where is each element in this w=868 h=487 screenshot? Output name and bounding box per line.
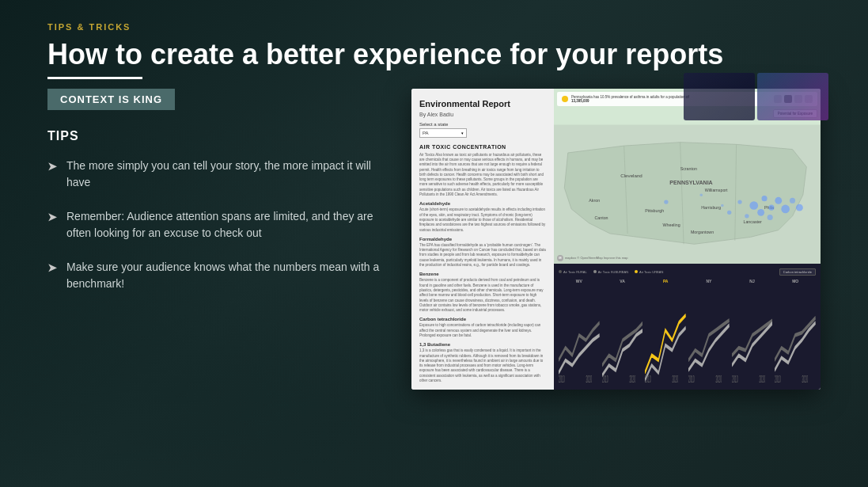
tip-arrow-1: ➤ bbox=[47, 158, 57, 175]
svg-text:2020: 2020 bbox=[759, 374, 765, 385]
tip-arrow-3: ➤ bbox=[47, 260, 57, 276]
legend-suburban-label: Air Toxic SUBURBAN bbox=[598, 270, 628, 274]
svg-point-23 bbox=[781, 205, 790, 214]
stats-number: 13,395,009 bbox=[571, 99, 589, 103]
report-select-value: PA bbox=[423, 131, 429, 135]
svg-text:2010: 2010 bbox=[602, 374, 608, 385]
svg-point-19 bbox=[768, 205, 774, 211]
text-carbon-tet: Exposure to high concentrations of carbo… bbox=[419, 323, 546, 338]
main-body: CONTEXT IS KING TIPS ➤ The more simply y… bbox=[0, 89, 868, 487]
us-map-svg: Cleveland Akron Canton PENNSYLVANIA Pitt… bbox=[554, 108, 821, 263]
state-label-wv: WV bbox=[576, 279, 582, 283]
svg-text:Lancaster: Lancaster bbox=[743, 219, 762, 224]
svg-text:Cleveland: Cleveland bbox=[620, 173, 642, 178]
legend-urban-dot bbox=[635, 270, 638, 273]
text-formaldehyde: The EPA has classified formaldehyde as a… bbox=[419, 243, 546, 268]
svg-text:Harrisburg: Harrisburg bbox=[701, 205, 721, 210]
mini-chart-pa: 2010 2020 bbox=[645, 285, 686, 386]
report-state-select[interactable]: PA ▾ bbox=[419, 128, 467, 138]
svg-point-27 bbox=[699, 194, 703, 197]
svg-text:2010: 2010 bbox=[645, 374, 651, 385]
stats-dot-icon bbox=[562, 96, 568, 102]
svg-point-17 bbox=[762, 196, 768, 201]
chart-header: Air Toxic RURAL Air Toxic SUBURBAN Air T… bbox=[559, 268, 816, 276]
svg-text:Williamsport: Williamsport bbox=[705, 188, 728, 192]
chart-dropdown[interactable]: Carbon tetrachloride bbox=[779, 268, 816, 276]
mapbox-icon: M bbox=[557, 255, 563, 261]
right-panel: Environmental Report By Alex Badiu Selec… bbox=[411, 89, 821, 471]
svg-point-29 bbox=[727, 211, 731, 215]
svg-point-16 bbox=[749, 202, 758, 211]
report-content: Environmental Report By Alex Badiu Selec… bbox=[411, 89, 821, 390]
legend-urban: Air Toxic URBAN bbox=[635, 268, 663, 276]
svg-text:2010: 2010 bbox=[559, 374, 565, 385]
svg-point-26 bbox=[664, 200, 668, 204]
chart-col-nj: NJ 2010 2020 bbox=[732, 279, 773, 386]
mapbox-attribution: M mapbox © OpenStreetMap Improve this ma… bbox=[557, 255, 627, 261]
state-label-mo: MO bbox=[792, 279, 798, 283]
svg-point-20 bbox=[745, 215, 749, 219]
deco-img-purple bbox=[757, 73, 828, 120]
state-label-va: VA bbox=[620, 279, 625, 283]
svg-point-18 bbox=[757, 209, 764, 216]
charts-row: WV 2010 2020 bbox=[559, 279, 816, 386]
tip-item-3: ➤ Make sure your audience knows what the… bbox=[47, 259, 380, 292]
mini-chart-va: 2010 2020 bbox=[602, 285, 643, 386]
chart-col-va: VA 2010 2020 bbox=[602, 279, 643, 386]
stats-label: Pennsylvania has 10.5% prevalence of ast… bbox=[571, 95, 689, 99]
report-right-column: Pennsylvania has 10.5% prevalence of ast… bbox=[554, 89, 821, 390]
deco-img-dark bbox=[684, 73, 755, 120]
context-badge: CONTEXT IS KING bbox=[47, 89, 175, 110]
decorative-images bbox=[684, 73, 828, 120]
state-label-nj: NJ bbox=[749, 279, 754, 283]
svg-text:Akron: Akron bbox=[589, 198, 600, 203]
chart-col-ny: NY 2010 2020 bbox=[688, 279, 730, 386]
chart-col-wv: WV 2010 2020 bbox=[559, 279, 600, 386]
report-preview: Environmental Report By Alex Badiu Selec… bbox=[411, 89, 821, 390]
page-content: TIPS & TRICKS How to create a better exp… bbox=[0, 0, 868, 487]
svg-text:Morgantown: Morgantown bbox=[691, 230, 714, 234]
tips-tricks-label: TIPS & TRICKS bbox=[47, 22, 821, 32]
subsection-benzene: Benzene bbox=[419, 272, 546, 276]
state-label-ny: NY bbox=[706, 279, 711, 283]
chart-col-pa: PA 2010 2020 bbox=[645, 279, 686, 386]
legend-suburban-dot bbox=[593, 270, 597, 273]
legend-suburban: Air Toxic SUBURBAN bbox=[593, 268, 628, 276]
svg-point-22 bbox=[768, 215, 773, 220]
svg-text:2010: 2010 bbox=[775, 374, 781, 385]
svg-text:2010: 2010 bbox=[732, 374, 738, 385]
select-chevron-icon: ▾ bbox=[461, 131, 464, 135]
air-toxic-section-title: AIR TOXIC CONCENTRATION bbox=[419, 144, 546, 150]
svg-point-21 bbox=[775, 197, 782, 204]
tip-text-2: Remember: Audience attention spans are l… bbox=[66, 208, 380, 242]
svg-text:2020: 2020 bbox=[802, 374, 809, 385]
svg-text:2020: 2020 bbox=[715, 374, 722, 385]
subsection-butadiene: 1,3 Butadiene bbox=[419, 342, 546, 347]
svg-text:Wheeling: Wheeling bbox=[662, 223, 680, 227]
svg-text:2020: 2020 bbox=[629, 374, 635, 385]
legend-rural-label: Air Toxic RURAL bbox=[563, 270, 587, 274]
svg-text:2020: 2020 bbox=[586, 374, 592, 385]
text-benzene: Benzene is a component of products deriv… bbox=[419, 278, 546, 313]
text-butadiene: 1,3 is a colorless gas that is easily co… bbox=[419, 348, 546, 383]
title-underline bbox=[47, 77, 142, 79]
mini-chart-mo: 2010 2020 bbox=[775, 285, 816, 386]
legend-urban-label: Air Toxic URBAN bbox=[639, 270, 663, 274]
svg-text:Pittsburgh: Pittsburgh bbox=[645, 209, 664, 214]
svg-text:Scranton: Scranton bbox=[680, 167, 697, 172]
tip-arrow-2: ➤ bbox=[47, 209, 57, 226]
svg-point-30 bbox=[737, 200, 741, 204]
tips-heading: TIPS bbox=[47, 129, 380, 143]
report-chart-area: Air Toxic RURAL Air Toxic SUBURBAN Air T… bbox=[554, 264, 821, 390]
svg-text:Canton: Canton bbox=[594, 216, 608, 221]
tip-item-1: ➤ The more simply you can tell your stor… bbox=[47, 158, 380, 191]
svg-text:2020: 2020 bbox=[673, 374, 679, 385]
tip-text-3: Make sure your audience knows what the n… bbox=[66, 259, 380, 292]
legend-rural: Air Toxic RURAL bbox=[559, 268, 587, 276]
svg-point-28 bbox=[721, 204, 724, 207]
report-title: Environmental Report bbox=[419, 98, 546, 109]
report-left-column: Environmental Report By Alex Badiu Selec… bbox=[411, 89, 554, 390]
mapbox-text: mapbox © OpenStreetMap Improve this map bbox=[565, 256, 627, 260]
svg-text:PENNSYLVANIA: PENNSYLVANIA bbox=[669, 180, 712, 186]
state-label-pa: PA bbox=[663, 279, 669, 283]
